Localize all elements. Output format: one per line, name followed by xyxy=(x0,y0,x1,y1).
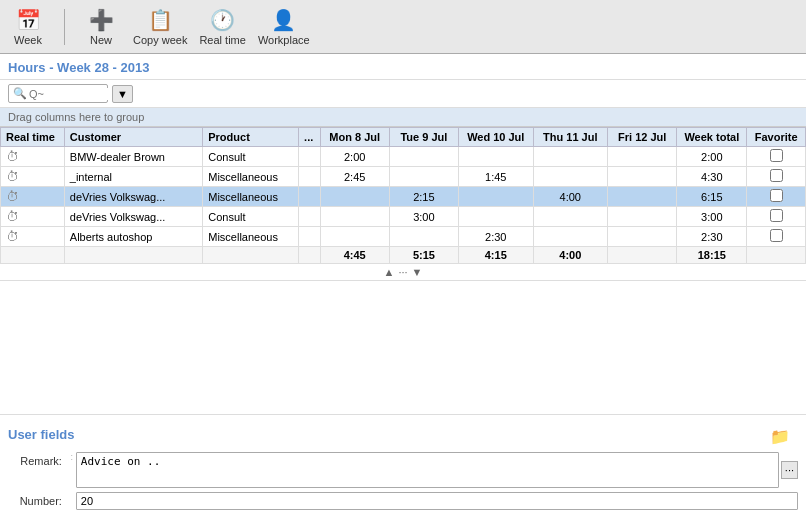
user-fields-title: User fields 📁 xyxy=(8,421,798,446)
totals-week-total: 18:15 xyxy=(677,247,747,264)
row-mon: 2:45 xyxy=(320,167,389,187)
folder-icon[interactable]: 📁 xyxy=(770,427,790,446)
col-fri[interactable]: Fri 12 Jul xyxy=(608,128,677,147)
row-thu: 4:00 xyxy=(533,187,608,207)
row-fri xyxy=(608,187,677,207)
hours-table: Real time Customer Product ... Mon 8 Jul… xyxy=(0,127,806,264)
copy-week-button[interactable]: 📋 Copy week xyxy=(133,8,187,46)
week-icon: 📅 xyxy=(16,8,41,32)
row-week-total: 6:15 xyxy=(677,187,747,207)
favorite-checkbox[interactable] xyxy=(770,149,783,162)
favorite-checkbox[interactable] xyxy=(770,209,783,222)
totals-customer-cell xyxy=(64,247,202,264)
row-icon-cell: ⏱ xyxy=(1,167,65,187)
row-week-total: 2:00 xyxy=(677,147,747,167)
workplace-icon: 👤 xyxy=(271,8,296,32)
table-row[interactable]: ⏱_internalMiscellaneous2:451:454:30 xyxy=(1,167,806,187)
row-tue: 3:00 xyxy=(389,207,458,227)
row-more xyxy=(299,167,320,187)
totals-wed: 4:15 xyxy=(459,247,534,264)
workplace-button[interactable]: 👤 Workplace xyxy=(258,8,310,46)
totals-row: 4:45 5:15 4:15 4:00 18:15 xyxy=(1,247,806,264)
row-wed xyxy=(459,187,534,207)
col-more[interactable]: ... xyxy=(299,128,320,147)
user-fields-label: User fields xyxy=(8,427,74,442)
col-favorite[interactable]: Favorite xyxy=(747,128,806,147)
remark-textarea[interactable]: Advice on .. xyxy=(81,455,774,485)
search-input[interactable] xyxy=(29,88,109,100)
row-fri xyxy=(608,227,677,247)
table-row[interactable]: ⏱deVries Volkswag...Miscellaneous2:154:0… xyxy=(1,187,806,207)
row-wed: 1:45 xyxy=(459,167,534,187)
row-product: Miscellaneous xyxy=(203,187,299,207)
col-thu[interactable]: Thu 11 Jul xyxy=(533,128,608,147)
totals-favorite-cell xyxy=(747,247,806,264)
main-content: Hours - Week 28 - 2013 🔍 ▼ Drag columns … xyxy=(0,54,806,520)
workplace-label: Workplace xyxy=(258,34,310,46)
row-icon-cell: ⏱ xyxy=(1,187,65,207)
row-customer: Alberts autoshop xyxy=(64,227,202,247)
time-icon: ⏱ xyxy=(6,169,19,184)
row-product: Consult xyxy=(203,207,299,227)
remark-dots-button[interactable]: ··· xyxy=(781,461,798,479)
row-tue xyxy=(389,167,458,187)
row-mon xyxy=(320,227,389,247)
new-button[interactable]: ➕ New xyxy=(81,8,121,46)
week-button[interactable]: 📅 Week xyxy=(8,8,48,46)
row-customer: BMW-dealer Brown xyxy=(64,147,202,167)
totals-product-cell xyxy=(203,247,299,264)
favorite-checkbox[interactable] xyxy=(770,169,783,182)
table-row[interactable]: ⏱BMW-dealer BrownConsult2:002:00 xyxy=(1,147,806,167)
remark-input-box: Advice on .. xyxy=(76,452,779,488)
table-row[interactable]: ⏱deVries Volkswag...Consult3:003:00 xyxy=(1,207,806,227)
search-bar: 🔍 ▼ xyxy=(0,80,806,108)
number-label: Number: xyxy=(8,492,68,507)
col-product[interactable]: Product xyxy=(203,128,299,147)
dots-nav[interactable]: ··· xyxy=(398,266,407,278)
row-tue xyxy=(389,147,458,167)
filter-button[interactable]: ▼ xyxy=(112,85,133,103)
row-fri xyxy=(608,207,677,227)
number-input[interactable] xyxy=(81,495,793,507)
row-mon xyxy=(320,187,389,207)
remark-label: Remark: xyxy=(8,452,68,467)
totals-thu: 4:00 xyxy=(533,247,608,264)
row-icon-cell: ⏱ xyxy=(1,227,65,247)
col-mon[interactable]: Mon 8 Jul xyxy=(320,128,389,147)
table-row[interactable]: ⏱Alberts autoshopMiscellaneous2:302:30 xyxy=(1,227,806,247)
row-more xyxy=(299,227,320,247)
arrow-down[interactable]: ▼ xyxy=(412,266,423,278)
row-tue xyxy=(389,227,458,247)
arrow-up[interactable]: ▲ xyxy=(384,266,395,278)
search-icon: 🔍 xyxy=(13,87,27,100)
col-realtime[interactable]: Real time xyxy=(1,128,65,147)
col-tue[interactable]: Tue 9 Jul xyxy=(389,128,458,147)
col-customer[interactable]: Customer xyxy=(64,128,202,147)
week-label: Week xyxy=(14,34,42,46)
col-wed[interactable]: Wed 10 Jul xyxy=(459,128,534,147)
row-product: Miscellaneous xyxy=(203,167,299,187)
user-fields-section: User fields 📁 Remark: : Advice on .. ···… xyxy=(0,414,806,520)
row-wed xyxy=(459,147,534,167)
row-customer: _internal xyxy=(64,167,202,187)
row-thu xyxy=(533,207,608,227)
row-favorite xyxy=(747,207,806,227)
row-fri xyxy=(608,147,677,167)
number-row: Number: xyxy=(8,492,798,510)
number-input-box xyxy=(76,492,798,510)
row-week-total: 4:30 xyxy=(677,167,747,187)
row-favorite xyxy=(747,187,806,207)
totals-mon: 4:45 xyxy=(320,247,389,264)
col-week-total[interactable]: Week total xyxy=(677,128,747,147)
favorite-checkbox[interactable] xyxy=(770,189,783,202)
remark-handle: : xyxy=(68,452,76,462)
favorite-checkbox[interactable] xyxy=(770,229,783,242)
copy-week-icon: 📋 xyxy=(148,8,173,32)
search-field-wrap: 🔍 xyxy=(8,84,108,103)
remark-row: Remark: : Advice on .. ··· xyxy=(8,452,798,488)
separator-1 xyxy=(64,9,65,45)
row-week-total: 3:00 xyxy=(677,207,747,227)
real-time-label: Real time xyxy=(199,34,245,46)
real-time-button[interactable]: 🕐 Real time xyxy=(199,8,245,46)
row-tue: 2:15 xyxy=(389,187,458,207)
